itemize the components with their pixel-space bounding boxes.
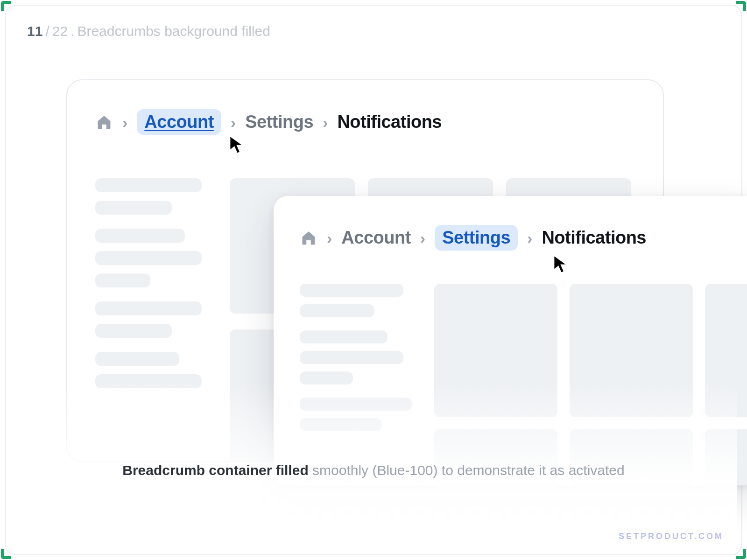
watermark: SETPRODUCT.COM: [619, 532, 724, 541]
example-card-front: › Account › Settings › Notifications: [274, 196, 747, 485]
breadcrumb-item-account[interactable]: Account: [137, 109, 221, 135]
breadcrumb-item-notifications: Notifications: [542, 228, 646, 248]
chevron-right-icon: ›: [122, 114, 127, 130]
home-icon[interactable]: [95, 113, 113, 131]
breadcrumb: › Account › Settings › Notifications: [95, 109, 442, 135]
caption-rest: smoothly (Blue-100) to demonstrate it as…: [309, 462, 625, 478]
breadcrumb-item-notifications: Notifications: [337, 112, 442, 132]
slide-number-dot: .: [70, 23, 74, 39]
slide-number-total: 22: [52, 23, 68, 39]
breadcrumb-item-account[interactable]: Account: [341, 228, 411, 248]
slide-counter: 11 / 22 . Breadcrumbs background filled: [27, 23, 270, 39]
chevron-right-icon: ›: [327, 230, 332, 246]
chevron-right-icon: ›: [323, 114, 328, 130]
slide-number-sep: /: [45, 23, 49, 39]
breadcrumb-item-settings[interactable]: Settings: [435, 225, 518, 251]
breadcrumb-item-settings[interactable]: Settings: [245, 112, 313, 132]
slide-title: Breadcrumbs background filled: [77, 23, 270, 39]
caption: Breadcrumb container filled smoothly (Bl…: [5, 462, 742, 478]
skeleton-sidebar: [95, 178, 202, 388]
chevron-right-icon: ›: [420, 230, 425, 246]
chevron-right-icon: ›: [527, 230, 532, 246]
skeleton-tiles: [434, 284, 747, 417]
breadcrumb: › Account › Settings › Notifications: [300, 225, 646, 251]
caption-strong: Breadcrumb container filled: [122, 462, 308, 478]
chevron-right-icon: ›: [231, 114, 236, 130]
home-icon[interactable]: [300, 229, 317, 247]
slide-frame: 11 / 22 . Breadcrumbs background filled …: [5, 5, 742, 555]
slide-number-current: 11: [27, 23, 42, 39]
skeleton-sidebar: [300, 284, 412, 431]
